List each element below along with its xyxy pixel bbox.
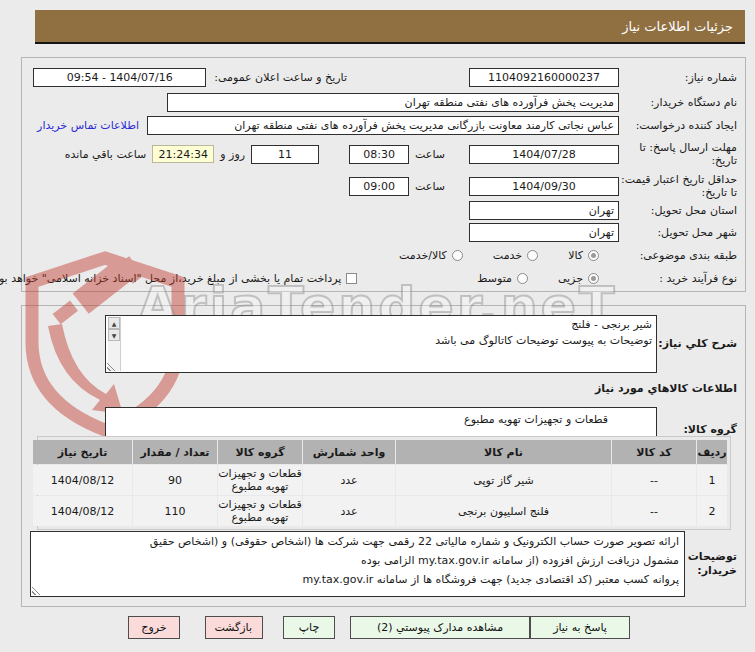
- cell-group: قطعات و تجهیزات تهویه مطبوع: [218, 496, 302, 526]
- process-type-row: نوع فرآیند خرید : جزیی متوسط پرداخت تمام…: [30, 267, 737, 289]
- deadline-label: مهلت ارسال پاسخ: تا تاریخ:: [619, 141, 737, 167]
- col-need-date: تاریخ نیاز: [33, 440, 132, 464]
- province-row: استان محل تحویل: تهران: [30, 200, 737, 220]
- countdown-badge: 21:24:34: [152, 145, 214, 163]
- cell-quantity: 110: [133, 496, 217, 526]
- back-button[interactable]: بازگشت: [205, 616, 263, 639]
- view-attachments-button[interactable]: مشاهده مدارک پیوستي (2): [350, 616, 530, 639]
- announce-label: تاریخ و ساعت اعلان عمومی:: [214, 71, 347, 84]
- buyer-org-label: نام دستگاه خریدار:: [619, 96, 737, 109]
- need-number-field[interactable]: 1104092160000237: [469, 68, 619, 87]
- col-group: گروه کالا: [218, 440, 302, 464]
- goods-info-groupbox: شرح کلي نیاز: ▲ ▼ شیر برنجی - فلنج توضیح…: [21, 305, 746, 607]
- buyer-org-row: نام دستگاه خریدار: مدیریت پخش فرآورده ها…: [30, 92, 737, 112]
- classification-label: طبقه بندی موضوعی:: [619, 249, 737, 262]
- announce-datetime-field[interactable]: 1404/07/16 - 09:54: [33, 68, 206, 87]
- items-table-header-row: ردیف کد کالا نام کالا واحد شمارش گروه کا…: [33, 440, 727, 464]
- radio-service-icon[interactable]: [527, 250, 538, 261]
- deadline-date-field[interactable]: 1404/07/28: [469, 145, 619, 164]
- cell-group: قطعات و تجهیزات تهویه مطبوع: [218, 465, 302, 495]
- requester-field[interactable]: عباس نجاتی کارمند معاونت بازرگانی مدیریت…: [147, 116, 619, 135]
- cell-unit: عدد: [303, 496, 395, 526]
- group-value: قطعات و تجهیزات تهویه مطبوع: [106, 408, 656, 427]
- page-title-bar: جزئیات اطلاعات نیاز: [35, 10, 745, 44]
- requester-row: ایجاد کننده درخواست: عباس نجاتی کارمند م…: [30, 115, 737, 135]
- radio-goods-service-icon[interactable]: [452, 250, 463, 261]
- textarea-scrollbar[interactable]: ▲ ▼: [107, 317, 121, 371]
- respond-to-need-button[interactable]: پاسخ به نیاز: [530, 616, 630, 639]
- cell-item-code: --: [612, 465, 696, 495]
- page-title: جزئیات اطلاعات نیاز: [622, 19, 733, 34]
- tender-detail-page: { "title": "جزئیات اطلاعات نیاز", "water…: [0, 0, 755, 652]
- group-label: گروه کالا:: [657, 423, 737, 437]
- validity-label: حداقل تاریخ اعتبار قیمت: تا تاریخ:: [619, 173, 737, 199]
- cell-item-code: --: [612, 496, 696, 526]
- deadline-hour-label: ساعت: [415, 148, 445, 161]
- exit-button[interactable]: خروج: [128, 616, 180, 639]
- table-row: 2 -- فلنج اسلیپون برنجی عدد قطعات و تجهی…: [33, 496, 727, 526]
- notes-line-2: مشمول دزیافت ارزش افزوده (از سامانه my.t…: [31, 551, 684, 570]
- scroll-down-icon[interactable]: ▼: [108, 329, 120, 341]
- cell-need-date: 1404/08/12: [33, 496, 132, 526]
- action-buttons-row: پاسخ به نیاز مشاهده مدارک پیوستي (2) چاپ…: [113, 616, 630, 639]
- items-table-wrap: ردیف کد کالا نام کالا واحد شمارش گروه کا…: [37, 436, 731, 530]
- radio-medium[interactable]: متوسط: [477, 272, 528, 285]
- radio-medium-icon[interactable]: [517, 273, 528, 284]
- cell-item-name: فلنج اسلیپون برنجی: [396, 496, 611, 526]
- col-item-name: نام کالا: [396, 440, 611, 464]
- radio-goods-service[interactable]: کالا/خدمت: [399, 249, 463, 262]
- treasury-payment-label: پرداخت تمام یا بخشی از مبلغ خرید،از محل …: [0, 272, 341, 285]
- radio-minor[interactable]: جزیی: [558, 272, 599, 285]
- cell-row-number: 1: [697, 465, 727, 495]
- treasury-payment-checkbox[interactable]: پرداخت تمام یا بخشی از مبلغ خرید،از محل …: [0, 272, 357, 285]
- radio-service-label: خدمت: [493, 249, 522, 262]
- radio-service[interactable]: خدمت: [493, 249, 538, 262]
- items-table: ردیف کد کالا نام کالا واحد شمارش گروه کا…: [32, 439, 728, 527]
- process-type-label: نوع فرآیند خرید :: [619, 272, 737, 285]
- radio-goods-label: کالا: [568, 249, 583, 262]
- radio-medium-label: متوسط: [477, 272, 512, 285]
- city-row: شهر محل تحویل: تهران: [30, 222, 737, 242]
- buyer-notes-row: توضیحات خریدار: ارائه تصویر صورت حساب ال…: [30, 530, 737, 598]
- radio-goods-icon[interactable]: [588, 250, 599, 261]
- description-row: شرح کلي نیاز: ▲ ▼ شیر برنجی - فلنج توضیح…: [30, 314, 737, 374]
- buyer-contact-link[interactable]: اطلاعات تماس خریدار: [37, 119, 139, 132]
- print-button[interactable]: چاپ: [283, 616, 335, 639]
- cell-unit: عدد: [303, 465, 395, 495]
- days-remaining-field[interactable]: 11: [251, 145, 319, 164]
- buyer-notes-textarea[interactable]: ارائه تصویر صورت حساب الکترونیک و شماره …: [30, 531, 685, 597]
- items-section-header: اطلاعات کالاهاي مورد نیاز: [595, 382, 737, 395]
- buyer-org-field[interactable]: مدیریت پخش فرآورده های نفتی منطقه تهران: [167, 93, 619, 112]
- cell-item-name: شیر گاز توپی: [396, 465, 611, 495]
- validity-date-field[interactable]: 1404/09/30: [469, 177, 619, 196]
- deadline-time-field[interactable]: 08:30: [349, 145, 409, 164]
- buyer-notes-label: توضیحات خریدار:: [685, 550, 737, 578]
- need-number-row: شماره نیاز: 1104092160000237 تاریخ و ساع…: [30, 67, 737, 87]
- validity-time-field[interactable]: 09:00: [349, 177, 409, 196]
- validity-row: حداقل تاریخ اعتبار قیمت: تا تاریخ: 1404/…: [30, 172, 737, 200]
- province-field[interactable]: تهران: [469, 201, 619, 220]
- need-number-label: شماره نیاز:: [619, 71, 737, 84]
- deadline-row: مهلت ارسال پاسخ: تا تاریخ: 1404/07/28 سا…: [30, 140, 737, 168]
- classification-row: طبقه بندی موضوعی: کالا خدمت کالا/خدمت: [30, 245, 737, 265]
- radio-goods-service-label: کالا/خدمت: [399, 249, 447, 262]
- requester-label: ایجاد کننده درخواست:: [619, 119, 737, 132]
- description-line-2: توضیحات به پیوست توضیحات کاتالوگ می باشد: [106, 332, 656, 348]
- col-item-code: کد کالا: [612, 440, 696, 464]
- radio-goods[interactable]: کالا: [568, 249, 599, 262]
- radio-minor-icon[interactable]: [588, 273, 599, 284]
- city-field[interactable]: تهران: [469, 223, 619, 242]
- cell-quantity: 90: [133, 465, 217, 495]
- checkbox-icon[interactable]: [346, 273, 357, 284]
- col-unit: واحد شمارش: [303, 440, 395, 464]
- validity-hour-label: ساعت: [415, 180, 445, 193]
- description-label: شرح کلي نیاز:: [657, 337, 737, 351]
- city-label: شهر محل تحویل:: [619, 226, 737, 239]
- notes-line-3: پروانه کسب معتبر (کد اقتصادی جدید) جهت ف…: [31, 570, 684, 589]
- col-row-number: ردیف: [697, 440, 727, 464]
- description-textarea[interactable]: ▲ ▼ شیر برنجی - فلنج توضیحات به پیوست تو…: [105, 315, 657, 373]
- notes-line-1: ارائه تصویر صورت حساب الکترونیک و شماره …: [31, 532, 684, 551]
- col-quantity: تعداد / مقدار: [133, 440, 217, 464]
- days-label: روز و: [220, 148, 245, 161]
- province-label: استان محل تحویل:: [619, 204, 737, 217]
